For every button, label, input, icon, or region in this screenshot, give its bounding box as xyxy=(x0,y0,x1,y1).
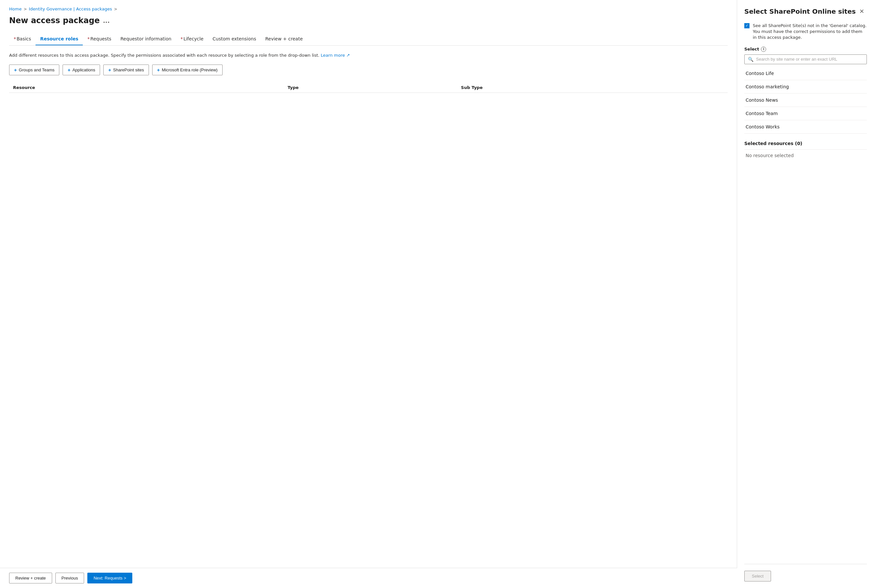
breadcrumb-sep2: > xyxy=(114,7,117,11)
review-create-button[interactable]: Review + create xyxy=(9,573,52,584)
info-text: Add different resources to this access p… xyxy=(9,52,728,58)
breadcrumb: Home > Identity Governance | Access pack… xyxy=(9,6,728,11)
tabs-nav: *Basics Resource roles *Requests Request… xyxy=(9,33,728,46)
breadcrumb-home[interactable]: Home xyxy=(9,6,21,11)
previous-button[interactable]: Previous xyxy=(55,573,84,584)
add-entra-role-button[interactable]: + Microsoft Entra role (Preview) xyxy=(152,64,223,75)
site-list: Contoso Life Contoso marketing Contoso N… xyxy=(744,67,867,134)
select-label: Select i xyxy=(744,46,867,52)
breadcrumb-sep1: > xyxy=(24,7,27,11)
search-icon: 🔍 xyxy=(748,57,753,62)
plus-icon: + xyxy=(108,67,111,73)
site-item-contoso-news[interactable]: Contoso News xyxy=(744,93,867,107)
resource-table: Resource Type Sub Type xyxy=(9,82,728,93)
site-item-contoso-marketing[interactable]: Contoso marketing xyxy=(744,80,867,93)
col-resource: Resource xyxy=(9,82,283,93)
select-info-icon: i xyxy=(761,46,766,52)
tab-requestor-info[interactable]: Requestor information xyxy=(116,33,175,45)
tab-resource-roles[interactable]: Resource roles xyxy=(36,33,83,45)
plus-icon: + xyxy=(14,67,17,73)
search-input[interactable] xyxy=(756,57,863,62)
col-type: Type xyxy=(283,82,457,93)
side-panel-header: Select SharePoint Online sites ✕ xyxy=(744,6,867,16)
add-applications-button[interactable]: + Applications xyxy=(63,64,100,75)
selected-resources-section: Selected resources (0) No resource selec… xyxy=(744,141,867,161)
site-item-contoso-life[interactable]: Contoso Life xyxy=(744,67,867,80)
main-panel: Home > Identity Governance | Access pack… xyxy=(0,0,737,588)
site-item-contoso-works[interactable]: Contoso Works xyxy=(744,120,867,134)
site-item-contoso-team[interactable]: Contoso Team xyxy=(744,107,867,120)
see-all-sites-label: See all SharePoint Site(s) not in the 'G… xyxy=(753,23,867,41)
page-title: New access package ... xyxy=(9,16,728,25)
col-subtype: Sub Type xyxy=(457,82,728,93)
add-sharepoint-sites-button[interactable]: + SharePoint sites xyxy=(103,64,148,75)
see-all-sites-checkbox[interactable] xyxy=(744,23,750,28)
side-panel-footer: Select xyxy=(744,564,867,582)
learn-more-link[interactable]: Learn more ↗ xyxy=(321,53,350,58)
tab-custom-extensions[interactable]: Custom extensions xyxy=(208,33,261,45)
breadcrumb-identity[interactable]: Identity Governance | Access packages xyxy=(28,6,112,11)
tab-lifecycle[interactable]: *Lifecycle xyxy=(176,33,208,45)
add-groups-teams-button[interactable]: + Groups and Teams xyxy=(9,64,59,75)
plus-icon: + xyxy=(157,67,160,73)
side-panel-title: Select SharePoint Online sites xyxy=(744,8,856,15)
side-panel: Select SharePoint Online sites ✕ See all… xyxy=(737,0,874,588)
tab-basics[interactable]: *Basics xyxy=(9,33,36,45)
select-button[interactable]: Select xyxy=(744,571,771,582)
page-options-icon[interactable]: ... xyxy=(103,17,110,24)
tab-review-create[interactable]: Review + create xyxy=(261,33,307,45)
plus-icon: + xyxy=(67,67,70,73)
selected-resources-title: Selected resources (0) xyxy=(744,141,867,146)
next-button[interactable]: Next: Requests > xyxy=(87,573,132,584)
search-box: 🔍 xyxy=(744,54,867,64)
close-panel-button[interactable]: ✕ xyxy=(857,6,867,16)
bottom-bar: Review + create Previous Next: Requests … xyxy=(0,568,737,588)
tab-requests[interactable]: *Requests xyxy=(83,33,116,45)
see-all-sites-row: See all SharePoint Site(s) not in the 'G… xyxy=(744,23,867,41)
action-buttons: + Groups and Teams + Applications + Shar… xyxy=(9,64,728,75)
no-resource-text: No resource selected xyxy=(744,149,867,161)
